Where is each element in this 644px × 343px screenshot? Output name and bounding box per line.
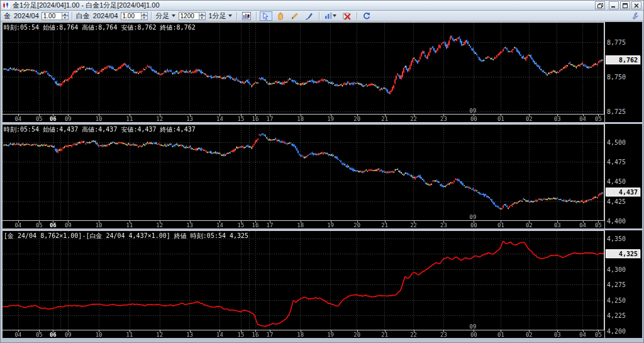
client-bottom-filler	[2, 340, 642, 343]
wrench-icon	[631, 12, 639, 20]
platinum-ohlc-readout: 時刻:05:54 始値:4,437 高値:4,437 安値:4,437 終値:4…	[4, 125, 196, 134]
time-label: 09	[65, 332, 72, 338]
time-label: 10	[96, 116, 103, 122]
gold-multiplier-stepper[interactable]: ▲▼	[42, 12, 69, 20]
platinum-candlestick-canvas[interactable]	[3, 125, 604, 220]
period-type-dropdown[interactable]: 分足	[155, 11, 177, 21]
period-type-label: 分足	[156, 11, 170, 21]
bar-count-stepper[interactable]: ▲▼	[179, 12, 206, 20]
price-tick-label: 4,200	[607, 328, 626, 335]
time-label: 02	[526, 222, 533, 228]
float-window-button[interactable]	[595, 1, 605, 9]
chevron-down-icon	[172, 14, 175, 17]
platinum-multiplier-input[interactable]	[121, 12, 141, 20]
time-label: 12	[156, 222, 163, 228]
time-label: 19	[327, 332, 334, 338]
time-label: 18	[297, 332, 304, 338]
platinum-symbol-label: 白金	[75, 11, 91, 21]
platinum-multiplier-stepper[interactable]: ▲▼	[121, 12, 148, 20]
time-label: 09	[65, 116, 72, 122]
draw-pen-button[interactable]	[303, 11, 316, 21]
chart-client-area: 時刻:05:54 始値:8,764 高値:8,764 安値:8,762 終値:8…	[1, 21, 643, 343]
gold-month-label: 2024/04	[13, 12, 40, 20]
clear-chart-icon	[343, 12, 351, 20]
time-label: 05	[36, 332, 43, 338]
time-label: 11	[126, 332, 133, 338]
time-label: 01	[497, 222, 504, 228]
reload-icon	[362, 12, 370, 20]
time-label: 00	[470, 222, 477, 228]
time-label: 10	[96, 332, 103, 338]
chart-pointer-button[interactable]	[240, 11, 253, 21]
minimize-button[interactable]	[609, 1, 619, 9]
maximize-button[interactable]	[620, 1, 630, 9]
time-label: 10	[96, 222, 103, 228]
time-label: 21	[381, 332, 388, 338]
time-label: 16	[252, 332, 259, 338]
platinum-month-label: 2024/04	[92, 12, 119, 20]
price-tick-label: 4,250	[607, 297, 626, 304]
time-label: 20	[353, 222, 360, 228]
current-price-label: 4,325	[606, 249, 640, 258]
spin-down-icon[interactable]: ▼	[199, 16, 206, 20]
indicator-bars-button[interactable]	[323, 11, 339, 21]
time-label: 00	[470, 332, 477, 338]
float-window-icon	[597, 3, 603, 8]
time-label: 05	[36, 116, 43, 122]
current-price-label: 8,762	[606, 55, 640, 64]
time-label: 16	[252, 222, 259, 228]
time-label: 18	[297, 116, 304, 122]
time-label: 05	[595, 332, 602, 338]
close-icon	[634, 3, 639, 8]
time-label: 15	[238, 116, 245, 122]
spread-plot-area: [金 24/04 8,762×1.00]-[白金 24/04 4,437×1.0…	[2, 230, 604, 330]
spread-chart-pane: [金 24/04 8,762×1.00]-[白金 24/04 4,437×1.0…	[2, 230, 642, 338]
settings-wrench-button[interactable]	[628, 11, 641, 21]
time-label: 00	[470, 116, 477, 122]
gold-plot-area: 時刻:05:54 始値:8,764 高値:8,764 安値:8,762 終値:8…	[2, 22, 604, 115]
gold-multiplier-input[interactable]	[42, 12, 62, 20]
time-label: 06	[50, 222, 57, 228]
date-marker: 09	[470, 214, 477, 220]
time-label: 22	[410, 222, 417, 228]
pan-hand-button[interactable]	[274, 11, 287, 21]
gold-chart-pane: 時刻:05:54 始値:8,764 高値:8,764 安値:8,762 終値:8…	[2, 22, 642, 122]
bar-count-input[interactable]	[179, 12, 199, 20]
time-label: 14	[216, 332, 223, 338]
spin-down-icon[interactable]: ▼	[141, 16, 148, 20]
draw-pencil-button[interactable]	[289, 11, 301, 21]
window-title: 金1分足[2024/04]1.00 - 白金1分足[2024/04]1.00	[13, 1, 592, 10]
toolbar-separator	[357, 12, 357, 20]
select-tool-button[interactable]	[260, 11, 272, 21]
price-tick-label: 4,425	[607, 198, 626, 205]
close-button[interactable]	[631, 1, 641, 9]
price-tick-label: 8,750	[607, 74, 626, 81]
clear-chart-button[interactable]	[341, 11, 353, 21]
price-tick-label: 4,400	[607, 218, 626, 225]
time-label: 04	[579, 116, 586, 122]
time-label: 06	[50, 332, 57, 338]
time-label: 04	[14, 222, 21, 228]
timeframe-label: 1分足	[209, 11, 226, 21]
toolbar-separator	[256, 12, 257, 20]
time-label: 05	[36, 222, 43, 228]
time-label: 04	[579, 332, 586, 338]
chart-window: 金1分足[2024/04]1.00 - 白金1分足[2024/04]1.00	[0, 0, 644, 343]
reload-button[interactable]	[360, 11, 373, 21]
timeframe-dropdown[interactable]: 1分足	[208, 11, 233, 21]
time-label: 02	[526, 116, 533, 122]
time-label: 21	[381, 116, 388, 122]
time-label: 01	[497, 116, 504, 122]
time-label: 20	[353, 332, 360, 338]
select-arrow-icon	[262, 12, 270, 20]
time-label: 04	[579, 222, 586, 228]
toolbar-separator	[319, 12, 319, 20]
price-tick-label: 4,225	[607, 312, 626, 319]
spin-down-icon[interactable]: ▼	[62, 16, 69, 20]
gold-candlestick-canvas[interactable]	[3, 23, 604, 114]
price-tick-label: 4,475	[607, 159, 626, 166]
spread-line-canvas[interactable]	[3, 231, 604, 330]
time-label: 19	[327, 116, 334, 122]
bar-chart-icon	[325, 12, 333, 20]
gold-ohlc-readout: 時刻:05:54 始値:8,764 高値:8,764 安値:8,762 終値:8…	[4, 23, 196, 32]
